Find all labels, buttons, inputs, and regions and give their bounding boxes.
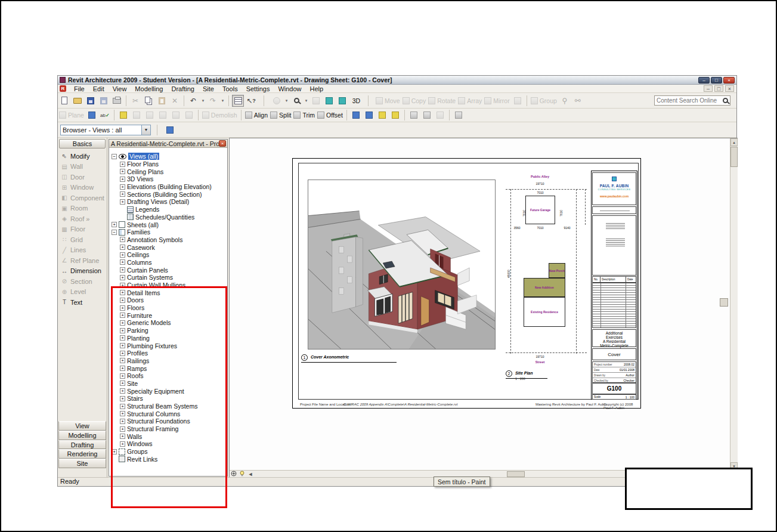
menu-help[interactable]: Help	[306, 85, 328, 92]
expand-icon[interactable]: +	[120, 343, 125, 348]
offset-button[interactable]: Offset	[317, 109, 343, 121]
tree-item-legends[interactable]: Legends	[109, 206, 227, 214]
expand-icon[interactable]: +	[120, 162, 125, 167]
design-bar-header[interactable]: Basics	[59, 139, 106, 149]
tree-item-columns[interactable]: +Columns	[109, 259, 227, 267]
properties-button[interactable]	[164, 124, 176, 136]
tree-item-families[interactable]: −Families	[109, 228, 227, 236]
design-bar-tab-view[interactable]: View	[58, 421, 106, 431]
tree-item-floors[interactable]: +Floors	[109, 304, 227, 312]
expand-icon[interactable]: +	[120, 259, 125, 265]
tree-item-sheets-all-[interactable]: +Sheets (all)	[109, 221, 227, 228]
design-bar-item-modify[interactable]: ⇖Modify	[58, 151, 107, 162]
tree-item-generic-models[interactable]: +Generic Models	[109, 319, 227, 327]
tree-item-structural-framing[interactable]: +Structural Framing	[109, 425, 227, 433]
expand-icon[interactable]: +	[120, 404, 125, 409]
expand-icon[interactable]: +	[120, 252, 125, 258]
tree-item-curtain-wall-mullions[interactable]: +Curtain Wall Mullions	[109, 282, 227, 289]
expand-icon[interactable]: +	[120, 169, 125, 174]
dimension-tool-button[interactable]	[117, 109, 129, 121]
expand-icon[interactable]: +	[120, 358, 125, 363]
tree-item-3d-views[interactable]: +3D Views	[109, 175, 227, 183]
expand-icon[interactable]: +	[120, 191, 125, 197]
expand-icon[interactable]: +	[120, 283, 125, 288]
split-button[interactable]: Split	[270, 109, 292, 121]
print-button[interactable]	[111, 95, 123, 107]
project-browser-close-icon[interactable]: ×	[219, 140, 226, 147]
tree-item-profiles[interactable]: +Profiles	[109, 349, 227, 357]
design-bar-item-text[interactable]: TText	[58, 297, 107, 308]
tree-item-parking[interactable]: +Parking	[109, 327, 227, 335]
copy-button[interactable]	[143, 95, 154, 107]
tree-item-drafting-views-detail-[interactable]: +Drafting Views (Detail)	[109, 198, 227, 206]
redo-dropdown[interactable]: ▾	[220, 95, 225, 107]
tree-item-structural-beam-systems[interactable]: +Structural Beam Systems	[109, 403, 227, 410]
tree-item-views-all-[interactable]: −Views (all)	[109, 153, 227, 160]
tree-item-schedules-quantities[interactable]: Schedules/Quantities	[109, 214, 227, 221]
view-properties-button[interactable]	[408, 109, 420, 121]
tree-item-curtain-panels[interactable]: +Curtain Panels	[109, 266, 227, 274]
expand-icon[interactable]: +	[120, 434, 125, 439]
expand-icon[interactable]: +	[120, 426, 125, 432]
close-button[interactable]: ×	[723, 77, 735, 83]
tree-item-site[interactable]: +Site	[109, 380, 227, 388]
tree-item-casework[interactable]: +Casework	[109, 243, 227, 251]
expand-icon[interactable]: +	[120, 275, 125, 280]
element-properties-button[interactable]	[421, 109, 433, 121]
expand-icon[interactable]: +	[120, 328, 125, 333]
project-browser-header[interactable]: A Residential-Metric-Complete.rvt - Proj…	[109, 140, 227, 148]
drawing-sheet-g100[interactable]: 1 Cover Axonometric Public Alley 19710 7…	[292, 158, 641, 409]
tree-item-floor-plans[interactable]: +Floor Plans	[109, 160, 227, 168]
expand-icon[interactable]: +	[120, 237, 125, 242]
expand-icon[interactable]: +	[120, 245, 125, 250]
tree-item-plumbing-fixtures[interactable]: +Plumbing Fixtures	[109, 342, 227, 349]
expand-icon[interactable]: +	[112, 222, 117, 227]
paste-aligned-button[interactable]	[363, 109, 375, 121]
minimize-button[interactable]: –	[698, 77, 710, 83]
dynamic-view-button[interactable]	[323, 95, 335, 107]
tree-item-curtain-systems[interactable]: +Curtain Systems	[109, 274, 227, 282]
tree-item-ceiling-plans[interactable]: +Ceiling Plans	[109, 168, 227, 175]
context-help-button[interactable]: ↖?	[245, 95, 257, 107]
type-selector-dropdown[interactable]: Browser - Views : all ▼	[60, 125, 151, 135]
doc-restore-button[interactable]: □	[714, 85, 723, 92]
collapse-icon[interactable]: −	[112, 154, 117, 159]
tree-item-walls[interactable]: +Walls	[109, 432, 227, 440]
tree-item-structural-columns[interactable]: +Structural Columns	[109, 410, 227, 417]
expand-icon[interactable]: +	[120, 305, 125, 311]
grid-button[interactable]	[86, 109, 98, 121]
worksets-button[interactable]	[453, 109, 465, 121]
site-plan-viewport[interactable]: Public Alley 19710 7010 Future Garage 70…	[506, 174, 589, 388]
tree-item-windows[interactable]: +Windows	[109, 440, 227, 448]
tree-item-sections-building-section-[interactable]: +Sections (Building Section)	[109, 190, 227, 198]
tree-item-railings[interactable]: +Railings	[109, 357, 227, 365]
shading-dropdown[interactable]: ▾	[284, 95, 289, 107]
project-browser-toggle[interactable]	[232, 95, 244, 107]
default-3d-button[interactable]: 3D	[349, 95, 361, 107]
content-search-box[interactable]	[654, 95, 730, 106]
tree-item-structural-foundations[interactable]: +Structural Foundations	[109, 417, 227, 425]
menu-tools[interactable]: Tools	[218, 85, 242, 92]
expand-icon[interactable]: +	[120, 177, 125, 182]
vertical-scrollbar[interactable]: ▲ ▼	[730, 138, 738, 470]
align-button[interactable]: Align	[244, 109, 268, 121]
tree-item-stairs[interactable]: +Stairs	[109, 395, 227, 403]
design-bar-tab-site[interactable]: Site	[58, 459, 106, 468]
open-button[interactable]	[72, 95, 83, 107]
expand-icon[interactable]: +	[120, 313, 125, 318]
expand-icon[interactable]: +	[120, 184, 125, 190]
expand-icon[interactable]: +	[120, 441, 125, 447]
menu-file[interactable]: File	[70, 85, 89, 92]
title-bar[interactable]: Revit Architecture 2009 - Student Versio…	[58, 76, 736, 85]
undo-button[interactable]: ↶	[187, 95, 199, 107]
expand-icon[interactable]: +	[120, 373, 125, 379]
expand-icon[interactable]: +	[120, 267, 125, 273]
content-search-input[interactable]	[657, 97, 723, 104]
expand-icon[interactable]: +	[120, 320, 125, 326]
zoom-dropdown[interactable]: ▾	[304, 95, 309, 107]
expand-icon[interactable]: +	[120, 388, 125, 394]
cover-axonometric-viewport[interactable]	[308, 180, 496, 349]
tree-item-ceilings[interactable]: +Ceilings	[109, 251, 227, 259]
menu-settings[interactable]: Settings	[242, 85, 274, 92]
horizontal-scroll-thumb[interactable]	[507, 471, 525, 477]
